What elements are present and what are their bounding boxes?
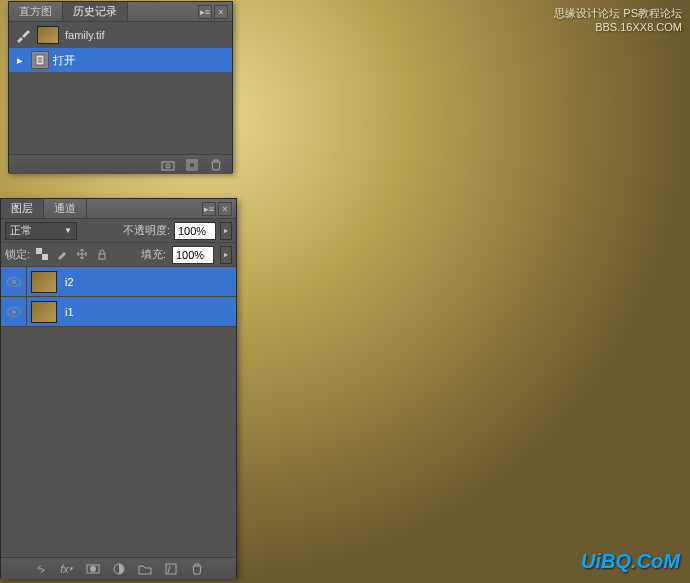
new-snapshot-icon[interactable]	[184, 157, 200, 173]
tab-layers[interactable]: 图层	[1, 199, 44, 218]
watermark-line2: BBS.16XX8.COM	[554, 20, 682, 34]
watermark-top-right: 思缘设计论坛 PS教程论坛 BBS.16XX8.COM	[554, 6, 682, 34]
history-document-row[interactable]: family.tif	[9, 22, 232, 48]
history-titlebar: 直方图 历史记录 ▸≡ ×	[9, 2, 232, 22]
svg-point-2	[166, 164, 170, 168]
layers-titlebar: 图层 通道 ▸≡ ×	[1, 199, 236, 219]
svg-rect-5	[36, 248, 42, 254]
link-icon[interactable]	[33, 561, 49, 577]
panel-menu-icon[interactable]: ▸≡	[198, 5, 212, 19]
watermark-line1: 思缘设计论坛 PS教程论坛	[554, 6, 682, 20]
layer-options-row: 正常 ▼ 不透明度: 100% ▸	[1, 219, 236, 243]
eye-icon	[7, 307, 21, 317]
history-current-icon: ▸	[17, 54, 27, 67]
camera-icon[interactable]	[160, 157, 176, 173]
document-icon	[31, 51, 49, 69]
svg-point-9	[90, 566, 96, 572]
trash-icon[interactable]	[208, 157, 224, 173]
opacity-value: 100%	[178, 225, 206, 237]
tab-histogram[interactable]: 直方图	[9, 2, 63, 21]
svg-rect-7	[99, 254, 105, 259]
layers-panel: 图层 通道 ▸≡ × 正常 ▼ 不透明度: 100% ▸ 锁定: 填充: 100…	[0, 198, 237, 578]
close-icon[interactable]: ×	[218, 202, 232, 216]
fill-slider-icon[interactable]: ▸	[220, 246, 232, 264]
mask-icon[interactable]	[85, 561, 101, 577]
opacity-field[interactable]: 100%	[174, 222, 216, 240]
watermark-bottom-right: UiBQ.CoM	[581, 550, 680, 573]
history-item-label: 打开	[53, 53, 232, 68]
layer-name: i2	[61, 276, 74, 288]
brush-icon	[15, 27, 31, 43]
opacity-label: 不透明度:	[123, 223, 170, 238]
layer-thumbnail	[31, 301, 57, 323]
opacity-slider-icon[interactable]: ▸	[220, 222, 232, 240]
history-doc-thumbnail	[37, 26, 59, 44]
history-item-open[interactable]: ▸ 打开	[9, 48, 232, 72]
fill-label: 填充:	[141, 247, 166, 262]
layers-footer: fx▾	[1, 557, 236, 579]
tab-history[interactable]: 历史记录	[63, 2, 128, 21]
visibility-toggle[interactable]	[1, 297, 27, 326]
blend-mode-select[interactable]: 正常 ▼	[5, 222, 77, 240]
history-footer	[9, 154, 232, 174]
tab-channels[interactable]: 通道	[44, 199, 87, 218]
group-icon[interactable]	[137, 561, 153, 577]
visibility-toggle[interactable]	[1, 267, 27, 296]
layer-thumbnail	[31, 271, 57, 293]
svg-rect-1	[162, 162, 174, 170]
lock-all-icon[interactable]	[96, 248, 110, 262]
layers-titlebar-right: ▸≡ ×	[202, 202, 236, 216]
layer-row-i2[interactable]: i2	[1, 267, 236, 297]
history-panel: 直方图 历史记录 ▸≡ × family.tif ▸ 打开	[8, 1, 233, 173]
layer-name: i1	[61, 306, 74, 318]
fill-field[interactable]: 100%	[172, 246, 214, 264]
lock-brush-icon[interactable]	[56, 248, 70, 262]
lock-transparent-icon[interactable]	[36, 248, 50, 262]
panel-menu-icon[interactable]: ▸≡	[202, 202, 216, 216]
fill-value: 100%	[176, 249, 204, 261]
layer-row-i1[interactable]: i1	[1, 297, 236, 327]
svg-rect-6	[42, 254, 48, 260]
lock-move-icon[interactable]	[76, 248, 90, 262]
svg-rect-4	[189, 162, 195, 168]
blend-mode-value: 正常	[10, 223, 32, 238]
svg-rect-11	[166, 564, 176, 574]
trash-icon[interactable]	[189, 561, 205, 577]
eye-icon	[7, 277, 21, 287]
layer-locks-row: 锁定: 填充: 100% ▸	[1, 243, 236, 267]
fx-icon[interactable]: fx▾	[59, 561, 75, 577]
new-layer-icon[interactable]	[163, 561, 179, 577]
history-titlebar-right: ▸≡ ×	[198, 5, 232, 19]
close-icon[interactable]: ×	[214, 5, 228, 19]
history-doc-name: family.tif	[65, 29, 105, 41]
lock-label: 锁定:	[5, 247, 30, 262]
adjustment-icon[interactable]	[111, 561, 127, 577]
chevron-down-icon: ▼	[64, 226, 72, 235]
layer-list: i2 i1	[1, 267, 236, 557]
history-body: family.tif ▸ 打开	[9, 22, 232, 154]
